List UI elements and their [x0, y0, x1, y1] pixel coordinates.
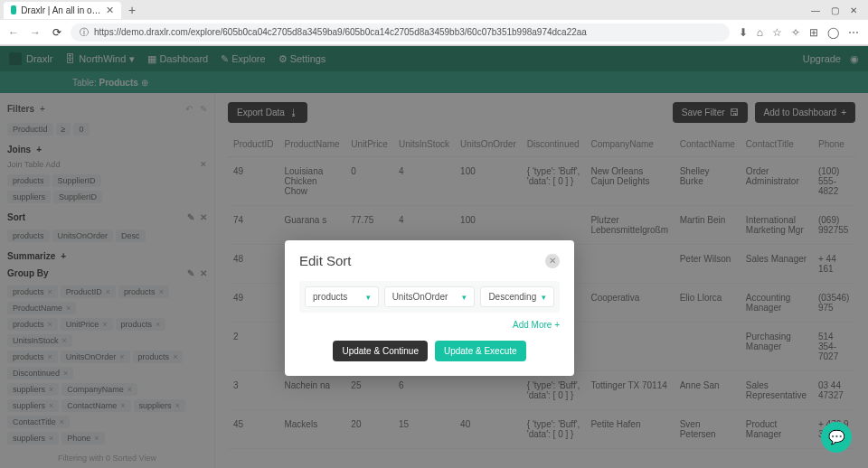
sort-direction-select[interactable]: Descending▾ — [480, 286, 554, 307]
url-text: https://demo.draxlr.com/explore/605b0ca0… — [94, 27, 587, 37]
modal-close-button[interactable]: ✕ — [545, 254, 560, 268]
minimize-button[interactable]: — — [811, 5, 820, 15]
reload-button[interactable]: ⟳ — [49, 26, 65, 39]
chevron-down-icon: ▾ — [366, 293, 371, 302]
download-icon[interactable]: ⬇ — [739, 26, 748, 39]
chevron-down-icon: ▾ — [542, 293, 546, 302]
window-controls: — ▢ ✕ — [804, 5, 864, 15]
extensions-icon[interactable]: ✧ — [791, 26, 800, 39]
tab-bar: Draxlr | An all in one platform to ✕ + —… — [0, 0, 868, 20]
tab-title: Draxlr | An all in one platform to — [21, 5, 101, 15]
sort-rule-row: products▾ UnitsOnOrder▾ Descending▾ — [299, 281, 560, 313]
home-icon[interactable]: ⌂ — [757, 26, 763, 39]
update-continue-button[interactable]: Update & Continue — [333, 341, 428, 361]
maximize-button[interactable]: ▢ — [831, 5, 839, 15]
close-window-button[interactable]: ✕ — [850, 5, 857, 15]
tab-favicon — [11, 5, 16, 14]
app: Draxlr 🗄 NorthWind ▾ ▦ Dashboard ✎ Explo… — [0, 46, 868, 468]
sort-column-select[interactable]: UnitsOnOrder▾ — [384, 286, 476, 307]
tab-close-icon[interactable]: ✕ — [106, 5, 114, 16]
forward-button: → — [27, 26, 43, 39]
lock-icon: ⓘ — [80, 26, 89, 39]
menu-icon[interactable]: ⋯ — [848, 26, 859, 39]
new-tab-button[interactable]: + — [121, 3, 143, 17]
chat-icon: 💬 — [828, 429, 845, 445]
url-field[interactable]: ⓘ https://demo.draxlr.com/explore/605b0c… — [71, 23, 730, 42]
favorite-icon[interactable]: ☆ — [772, 26, 782, 39]
browser-tab[interactable]: Draxlr | An all in one platform to ✕ — [4, 2, 121, 19]
chat-fab[interactable]: 💬 — [821, 422, 852, 453]
chevron-down-icon: ▾ — [462, 293, 467, 302]
address-bar: ← → ⟳ ⓘ https://demo.draxlr.com/explore/… — [0, 20, 868, 45]
add-more-sort[interactable]: Add More + — [299, 320, 560, 330]
edit-sort-modal: Edit Sort ✕ products▾ UnitsOnOrder▾ Desc… — [285, 240, 574, 376]
browser-chrome: Draxlr | An all in one platform to ✕ + —… — [0, 0, 868, 46]
profile-icon[interactable]: ◯ — [827, 26, 839, 39]
plus-icon: + — [554, 320, 560, 330]
sort-table-select[interactable]: products▾ — [305, 286, 379, 307]
back-button[interactable]: ← — [5, 26, 22, 39]
update-execute-button[interactable]: Update & Execute — [435, 341, 526, 361]
modal-title: Edit Sort — [299, 253, 352, 268]
collections-icon[interactable]: ⊞ — [809, 26, 818, 39]
